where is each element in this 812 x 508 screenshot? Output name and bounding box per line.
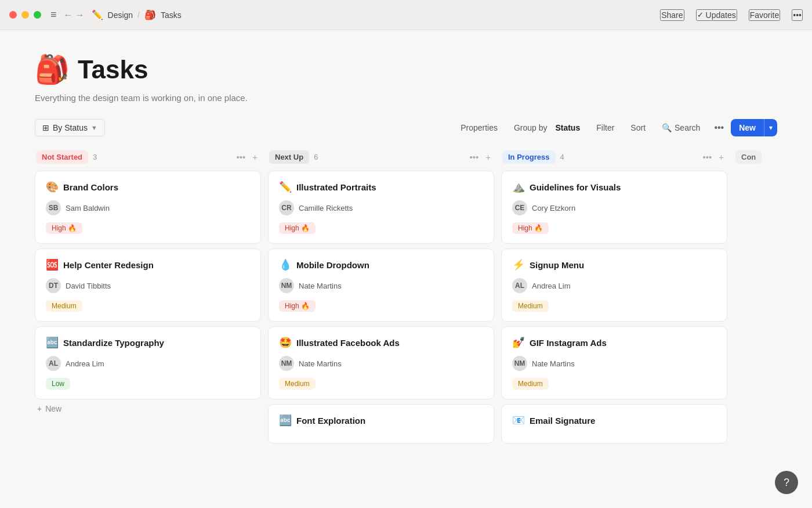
card-emoji: ⛰️ [512, 181, 525, 193]
card-emoji: ✏️ [279, 181, 292, 193]
card-emoji: 📧 [512, 414, 525, 427]
new-button[interactable]: New [731, 119, 764, 136]
card-emoji: 🔤 [46, 336, 59, 349]
avatar: NM [279, 356, 294, 371]
avatar: SB [46, 200, 61, 215]
avatar: NM [512, 356, 527, 371]
card-title: 🔤 Standardize Typography [46, 336, 250, 349]
card-title: 🔤 Font Exploration [279, 414, 483, 427]
col-header-not-started: Not Started 3 ••• + [35, 150, 261, 164]
toolbar-more-button[interactable]: ••• [709, 119, 728, 136]
favorite-button[interactable]: Favorite [749, 9, 781, 21]
card-title-text: Font Exploration [296, 416, 365, 426]
col-label-next-up: Next Up [269, 150, 309, 164]
card-emoji: 🎨 [46, 181, 59, 193]
assignee-name: Cory Etzkorn [532, 204, 575, 212]
help-button-wrapper: ? [775, 471, 798, 494]
updates-button[interactable]: ✓ Updates [696, 9, 737, 21]
col-actions-next-up: ••• + [467, 151, 493, 163]
sort-button[interactable]: Sort [624, 120, 652, 136]
col-more-not-started[interactable]: ••• [234, 151, 248, 163]
forward-arrow-icon[interactable]: → [75, 10, 85, 20]
card-font-exploration[interactable]: 🔤 Font Exploration [268, 404, 494, 444]
card-standardize-typography[interactable]: 🔤 Standardize Typography AL Andrea Lim L… [35, 326, 261, 399]
card-illustrated-portraits[interactable]: ✏️ Illustrated Portraits CR Camille Rick… [268, 171, 494, 244]
card-gif-instagram-ads[interactable]: 💅 GIF Instagram Ads NM Nate Martins Medi… [501, 326, 727, 399]
col-count-next-up: 6 [314, 153, 318, 161]
card-assignee: NM Nate Martins [279, 278, 483, 293]
card-assignee: NM Nate Martins [279, 356, 483, 371]
properties-button[interactable]: Properties [454, 120, 505, 136]
add-new-not-started[interactable]: + New [35, 399, 261, 418]
col-add-in-progress[interactable]: + [716, 151, 726, 163]
card-title: ⚡ Signup Menu [512, 258, 716, 271]
share-button[interactable]: Share [660, 9, 684, 21]
card-emoji: 🤩 [279, 336, 292, 349]
card-email-signature[interactable]: 📧 Email Signature [501, 404, 727, 444]
cards-not-started: 🎨 Brand Colors SB Sam Baldwin High 🔥 🆘 H… [35, 171, 261, 399]
group-by-button[interactable]: Group by Status [507, 120, 587, 136]
check-icon: ✓ [697, 10, 704, 19]
col-actions-not-started: ••• + [234, 151, 260, 163]
card-guidelines-visuals[interactable]: ⛰️ Guidelines for Visuals CE Cory Etzkor… [501, 171, 727, 244]
card-emoji: ⚡ [512, 258, 525, 271]
group-by-label: Group by [514, 123, 548, 132]
close-button[interactable] [9, 11, 17, 19]
card-title-text: Mobile Dropdown [296, 260, 369, 270]
card-signup-menu[interactable]: ⚡ Signup Menu AL Andrea Lim Medium [501, 248, 727, 322]
traffic-lights [9, 11, 41, 19]
card-title: ✏️ Illustrated Portraits [279, 181, 483, 193]
col-label-not-started: Not Started [36, 150, 88, 164]
help-button[interactable]: ? [775, 471, 798, 494]
plus-icon: + [37, 404, 42, 413]
back-arrow-icon[interactable]: ← [64, 10, 73, 20]
page-title: Tasks [78, 55, 148, 84]
card-title: 🤩 Illustrated Facebook Ads [279, 336, 483, 349]
card-title: ⛰️ Guidelines for Visuals [512, 181, 716, 193]
avatar: CE [512, 200, 527, 215]
assignee-name: Nate Martins [532, 359, 575, 368]
col-header-next-up: Next Up 6 ••• + [268, 150, 494, 164]
card-brand-colors[interactable]: 🎨 Brand Colors SB Sam Baldwin High 🔥 [35, 171, 261, 244]
card-assignee: AL Andrea Lim [512, 278, 716, 293]
card-emoji: 🆘 [46, 258, 59, 271]
priority-badge: Medium [512, 378, 549, 390]
new-button-dropdown[interactable]: ▾ [764, 119, 777, 136]
priority-badge: High 🔥 [46, 222, 82, 234]
priority-badge: High 🔥 [512, 222, 549, 234]
more-options-button[interactable]: ••• [792, 9, 803, 21]
card-assignee: CE Cory Etzkorn [512, 200, 716, 215]
view-label: By Status [53, 123, 88, 132]
new-button-wrapper: New ▾ [731, 119, 777, 136]
priority-badge: Medium [46, 300, 82, 312]
page-icon: 🎒 [35, 53, 70, 86]
col-count-in-progress: 4 [560, 153, 564, 161]
search-button[interactable]: 🔍 Search [655, 120, 707, 136]
col-header-in-progress: In Progress 4 ••• + [501, 150, 727, 164]
col-more-in-progress[interactable]: ••• [700, 151, 714, 163]
filter-button[interactable]: Filter [589, 120, 621, 136]
col-header-complete: Con [734, 150, 766, 164]
column-in-progress: In Progress 4 ••• + ⛰️ Guidelines for Vi… [501, 150, 727, 444]
cards-in-progress: ⛰️ Guidelines for Visuals CE Cory Etzkor… [501, 171, 727, 444]
card-illustrated-facebook-ads[interactable]: 🤩 Illustrated Facebook Ads NM Nate Marti… [268, 326, 494, 399]
card-title-text: Signup Menu [530, 260, 584, 270]
card-title: 💅 GIF Instagram Ads [512, 336, 716, 349]
card-help-center[interactable]: 🆘 Help Center Redesign DT David Tibbitts… [35, 248, 261, 322]
card-title: 💧 Mobile Dropdown [279, 258, 483, 271]
maximize-button[interactable] [34, 11, 41, 19]
titlebar: ≡ ← → ✏️ Design / 🎒 Tasks Share ✓ Update… [0, 0, 812, 30]
minimize-button[interactable] [21, 11, 29, 19]
hamburger-icon[interactable]: ≡ [50, 9, 57, 21]
card-mobile-dropdown[interactable]: 💧 Mobile Dropdown NM Nate Martins High 🔥 [268, 248, 494, 322]
view-selector-button[interactable]: ⊞ By Status ▼ [35, 119, 105, 136]
col-add-next-up[interactable]: + [483, 151, 493, 163]
col-count-not-started: 3 [93, 153, 97, 161]
card-assignee: NM Nate Martins [512, 356, 716, 371]
col-add-not-started[interactable]: + [250, 151, 260, 163]
col-more-next-up[interactable]: ••• [467, 151, 481, 163]
card-assignee: DT David Tibbitts [46, 278, 250, 293]
breadcrumb-tasks[interactable]: Tasks [161, 10, 182, 20]
card-title-text: Illustrated Portraits [296, 182, 376, 192]
breadcrumb-design[interactable]: Design [108, 10, 133, 20]
